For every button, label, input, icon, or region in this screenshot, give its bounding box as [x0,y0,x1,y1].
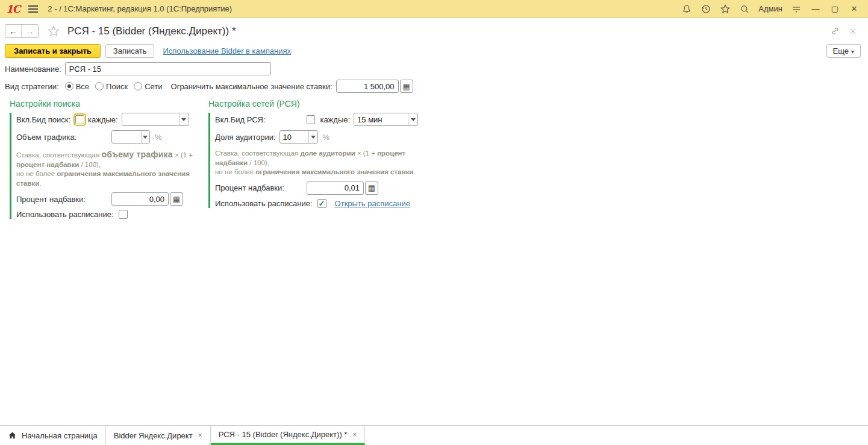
enable-bid-search-checkbox[interactable] [75,115,84,124]
home-icon [8,431,17,440]
search-interval-input[interactable] [122,113,179,125]
network-bid-formula-note: Ставка, соответствующая доле аудитории ×… [215,149,418,177]
audience-share-combobox[interactable] [279,130,318,144]
rsya-interval-input[interactable] [354,113,408,125]
traffic-volume-label: Объем трафика: [16,133,111,142]
strategy-label: Вид стратегии: [5,82,59,91]
enable-bid-rsya-label: Вкл.Бид РСЯ: [215,115,307,124]
user-name[interactable]: Админ [758,4,782,13]
dropdown-arrow-icon[interactable] [308,131,317,143]
open-windows-taskbar: Начальная страница Bidder Яндекс.Директ … [0,425,868,445]
name-label: Наименование: [5,65,61,74]
dropdown-arrow-icon[interactable] [179,113,189,125]
app-title: 2 - / 1С:Маркетинг, редакция 1.0 (1С:Пре… [48,4,232,13]
percent-sign: % [323,133,330,142]
bidder-usage-link[interactable]: Использование Bidder в кампаниях [163,46,291,55]
search-bid-formula-note: Ставка, соответствующая объему трафика ×… [16,149,206,188]
close-tab-icon[interactable]: × [352,431,357,439]
favorites-star-icon[interactable] [717,2,733,16]
chevron-down-icon: ▾ [851,48,854,55]
tab-bidder-list[interactable]: Bidder Яндекс.Директ × [106,426,211,445]
surcharge-percent-label: Процент надбавки: [215,183,307,192]
rsya-interval-combobox[interactable] [354,113,418,126]
tab-home[interactable]: Начальная страница [0,426,106,445]
search-group-title: Настройки поиска [10,99,206,109]
dropdown-arrow-icon[interactable] [408,113,417,125]
tab-rsya-15[interactable]: РСЯ - 15 (Bidder (Яндекс.Директ)) * × [211,426,366,445]
notifications-bell-icon[interactable] [679,2,695,16]
surcharge-percent-label: Процент надбавки: [16,195,111,204]
use-schedule-label: Использовать расписание: [16,210,114,219]
percent-sign: % [155,133,162,142]
traffic-volume-input[interactable] [112,131,141,143]
service-menu-icon[interactable] [788,2,804,16]
calculator-icon[interactable]: ▦ [400,80,413,93]
form-area: ← → РСЯ - 15 (Bidder (Яндекс.Директ)) * … [0,18,868,425]
1c-logo: 1С [6,3,20,15]
close-form-icon[interactable] [849,27,857,36]
page-title: РСЯ - 15 (Bidder (Яндекс.Директ)) * [67,25,236,37]
search-settings-group: Настройки поиска Вкл.Бид поиск: каждые: [10,99,206,219]
use-schedule-checkbox[interactable] [317,199,326,208]
max-bid-label: Ограничить максимальное значение ставки: [171,82,333,91]
search-interval-combobox[interactable] [122,113,189,126]
close-window-button[interactable]: ✕ [846,2,862,16]
use-schedule-checkbox[interactable] [119,210,128,219]
dropdown-arrow-icon[interactable] [141,131,149,143]
radio-label: Поиск [106,82,128,91]
network-settings-group: Настройка сетей (РСЯ) Вкл.Бид РСЯ: кажды… [208,99,418,208]
command-bar: Записать и закрыть Записать Использовани… [0,40,868,58]
strategy-radio-networks[interactable]: Сети [134,82,162,91]
form-header: ← → РСЯ - 15 (Bidder (Яндекс.Директ)) * [0,18,868,40]
close-tab-icon[interactable]: × [198,431,202,440]
enable-bid-search-label: Вкл.Бид поиск: [16,115,70,124]
app-window: 1С 2 - / 1С:Маркетинг, редакция 1.0 (1С:… [0,0,868,445]
enable-bid-rsya-checkbox[interactable] [307,115,315,124]
tab-label: Начальная страница [22,431,98,440]
radio-label: Сети [145,82,162,91]
tab-label: РСЯ - 15 (Bidder (Яндекс.Директ)) * [219,430,348,439]
audience-share-input[interactable] [280,131,309,143]
main-menu-icon[interactable] [28,5,38,13]
save-and-close-button[interactable]: Записать и закрыть [5,44,101,58]
more-button[interactable]: Еще▾ [826,44,861,58]
radio-selected-icon [65,82,73,90]
use-schedule-label: Использовать расписание: [215,199,313,208]
maximize-button[interactable]: ▢ [827,2,843,16]
save-button[interactable]: Записать [105,44,155,58]
forward-button[interactable]: → [22,25,38,37]
back-button[interactable]: ← [5,25,22,37]
name-input[interactable] [65,62,271,75]
history-icon[interactable] [698,2,714,16]
audience-share-label: Доля аудитории: [215,133,276,142]
radio-icon [95,82,104,90]
search-icon[interactable] [737,2,752,16]
traffic-volume-combobox[interactable] [111,130,150,144]
calculator-icon[interactable]: ▦ [365,181,378,195]
surcharge-percent-input[interactable] [307,181,364,195]
get-link-icon[interactable] [830,26,840,36]
minimize-button[interactable]: — [808,2,823,16]
add-to-favorites-star-icon[interactable] [47,25,60,38]
network-group-title: Настройка сетей (РСЯ) [208,99,418,109]
strategy-radio-all[interactable]: Все [65,82,89,91]
every-label: каждые: [88,115,118,124]
title-bar: 1С 2 - / 1С:Маркетинг, редакция 1.0 (1С:… [0,0,868,18]
calculator-icon[interactable]: ▦ [170,192,183,206]
radio-icon [134,82,142,90]
surcharge-percent-input[interactable] [111,192,169,206]
radio-label: Все [76,82,89,91]
tab-label: Bidder Яндекс.Директ [114,431,193,440]
strategy-radio-search[interactable]: Поиск [95,82,128,91]
max-bid-input[interactable] [336,80,399,93]
open-schedule-link[interactable]: Открыть расписание [335,199,410,208]
every-label: каждые: [320,115,350,124]
